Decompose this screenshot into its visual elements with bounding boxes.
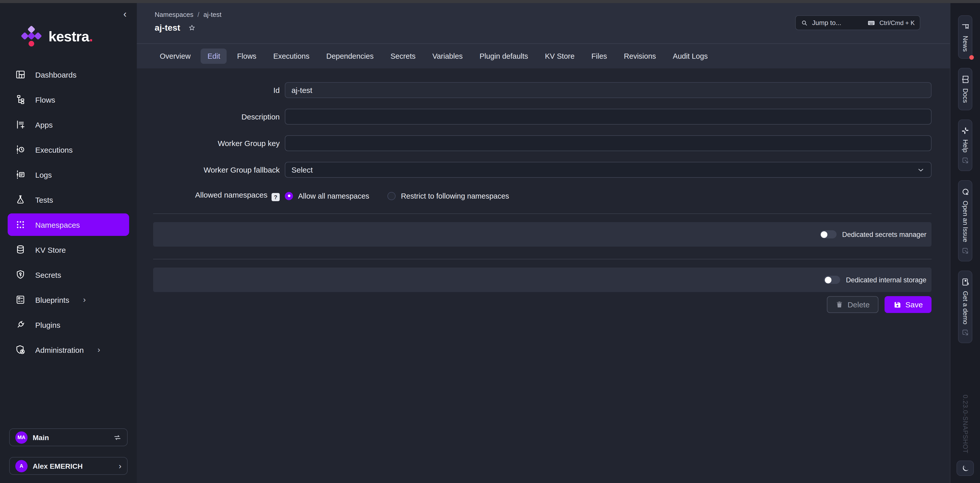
theme-toggle-button[interactable] [956,461,974,476]
breadcrumb-current[interactable]: aj-test [204,11,221,18]
breadcrumb-namespaces-link[interactable]: Namespaces [155,11,193,18]
worker-group-fallback-select[interactable]: Select [285,162,932,178]
worker-group-key-label: Worker Group key [153,139,280,148]
movie-icon [961,278,969,287]
get-a-demo-button[interactable]: Get a demo [958,271,972,343]
sidebar-item-plugins[interactable]: Plugins [8,314,129,336]
save-icon [893,300,901,309]
jump-to-search[interactable]: Jump to... Ctrl/Cmd + K [795,15,920,30]
tab-flows[interactable]: Flows [231,48,263,64]
sidebar-item-blueprints[interactable]: Blueprints › [8,289,129,311]
delete-button[interactable]: Delete [827,296,878,313]
search-icon [801,19,808,26]
radio-label: Allow all namespaces [298,192,369,200]
main-area: Namespaces / aj-test aj-test Jump to... [137,3,950,483]
save-button-label: Save [905,300,923,309]
tab-variables[interactable]: Variables [426,48,469,64]
sidebar-item-tests[interactable]: Tests [8,188,129,211]
flows-icon [15,94,25,105]
tab-kv-store[interactable]: KV Store [538,48,581,64]
worker-group-fallback-label: Worker Group fallback [153,166,280,174]
tab-files[interactable]: Files [585,48,614,64]
shield-account-icon [15,344,25,355]
radio-unselected-icon [388,192,396,200]
radio-label: Restrict to following namespaces [401,192,509,200]
external-link-icon [962,157,969,164]
toggle-label: Dedicated secrets manager [842,231,926,238]
moon-stars-icon [961,464,969,473]
sidebar-item-namespaces[interactable]: Namespaces [8,214,129,236]
help-icon[interactable]: ? [272,193,280,201]
description-input[interactable] [285,109,932,124]
sidebar-item-label: Plugins [35,320,60,329]
form-actions: Delete Save [153,296,932,313]
page-title: aj-test [155,23,180,33]
sidebar-item-executions[interactable]: Executions [8,139,129,161]
tab-audit-logs[interactable]: Audit Logs [666,48,714,64]
tab-dependencies[interactable]: Dependencies [320,48,380,64]
rail-button-label: News [962,36,969,52]
page-header: Namespaces / aj-test aj-test Jump to... [137,3,950,44]
right-rail: News Docs Help [950,3,980,483]
tab-plugin-defaults[interactable]: Plugin defaults [473,48,535,64]
sidebar-item-logs[interactable]: Logs [8,163,129,186]
version-label: 0.23.0-SNAPSHOT [962,395,969,453]
tab-revisions[interactable]: Revisions [617,48,663,64]
tab-overview[interactable]: Overview [153,48,197,64]
executions-icon [15,145,25,155]
window-top-strip [0,0,980,3]
database-icon [15,245,25,255]
sidebar-item-label: Secrets [35,270,61,279]
sidebar-item-label: Blueprints [35,295,69,304]
sidebar-item-secrets[interactable]: Secrets [8,263,129,286]
sidebar-item-kv-store[interactable]: KV Store [8,238,129,261]
favorite-star-icon[interactable] [188,24,196,32]
docs-button[interactable]: Docs [958,68,972,110]
dedicated-internal-storage-panel: Dedicated internal storage [153,268,932,292]
tenant-switch-icon[interactable] [113,433,121,442]
radio-allow-all-namespaces[interactable]: Allow all namespaces [285,192,369,200]
rail-button-label: Docs [962,89,969,103]
external-link-icon [962,329,969,336]
flask-icon [15,194,25,205]
sidebar-item-label: Dashboards [35,70,76,79]
id-label: Id [153,86,280,94]
tab-secrets[interactable]: Secrets [384,48,422,64]
sidebar-item-apps[interactable]: Apps [8,113,129,136]
edit-form-page: Id Description Worker Group key Worker G… [137,69,950,483]
shield-key-icon [15,269,25,280]
sidebar: ‹ kestra. Dashboards Fl [0,3,137,483]
news-button[interactable]: News [958,15,972,59]
sidebar-item-administration[interactable]: Administration › [8,338,129,361]
tab-edit[interactable]: Edit [201,48,227,64]
namespaces-dots-icon [15,220,25,230]
search-shortcut: Ctrl/Cmd + K [880,19,915,26]
sidebar-item-label: Tests [35,195,53,204]
dedicated-secrets-manager-toggle[interactable] [820,230,837,238]
dashboard-icon [15,69,25,80]
save-button[interactable]: Save [885,296,932,313]
sidebar-item-flows[interactable]: Flows [8,88,129,111]
section-divider [153,259,932,259]
issue-reopen-icon [961,188,969,196]
toggle-label: Dedicated internal storage [846,276,926,284]
worker-group-key-input[interactable] [285,135,932,151]
external-link-icon [962,247,969,254]
help-button[interactable]: Help [958,120,972,171]
sidebar-item-label: Namespaces [35,220,80,229]
sidebar-item-dashboards[interactable]: Dashboards [8,63,129,86]
chevron-right-icon: › [83,296,86,304]
dedicated-internal-storage-toggle[interactable] [824,276,840,284]
kestra-logo[interactable]: kestra. [21,26,137,48]
open-an-issue-button[interactable]: Open an Issue [958,180,972,261]
chevron-right-icon: › [119,462,121,470]
tab-executions[interactable]: Executions [267,48,316,64]
sidebar-collapse-icon[interactable]: ‹ [123,9,127,19]
allowed-namespaces-label: Allowed namespaces? [153,190,280,201]
tenant-selector[interactable]: MA Main [9,428,127,446]
radio-restrict-namespaces[interactable]: Restrict to following namespaces [388,192,509,200]
id-input[interactable] [285,82,932,98]
user-menu[interactable]: A Alex EMERICH › [9,457,127,475]
section-divider [153,214,932,214]
kestra-app: ‹ kestra. Dashboards Fl [0,0,980,483]
